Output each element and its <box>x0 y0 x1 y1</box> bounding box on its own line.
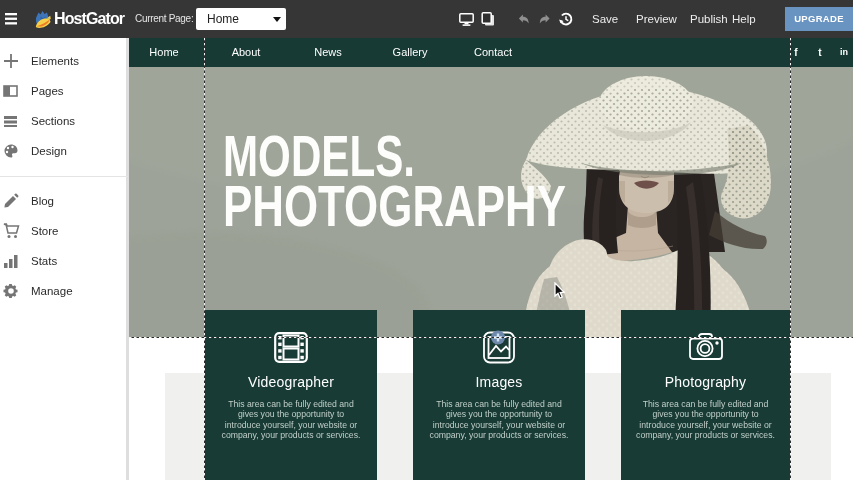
svg-text:PHOTOGRAPHY: PHOTOGRAPHY <box>223 174 566 238</box>
